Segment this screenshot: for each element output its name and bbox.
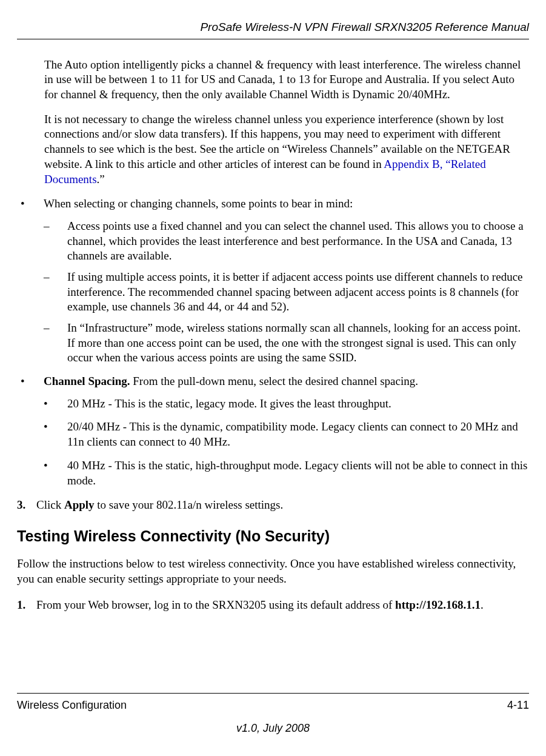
bullet-marker: – (44, 270, 67, 315)
bullet-content: 20 MHz - This is the static, legacy mode… (67, 396, 529, 412)
step-marker: 3. (17, 498, 36, 513)
section-heading: Testing Wireless Connectivity (No Securi… (17, 526, 529, 546)
bullet-content: When selecting or changing channels, som… (44, 196, 529, 212)
bullet-item: • Channel Spacing. From the pull-down me… (21, 374, 529, 389)
bullet-lead-text: From the pull-down menu, select the desi… (130, 375, 418, 387)
bullet-lead-bold: Channel Spacing. (44, 375, 130, 387)
footer-version: v1.0, July 2008 (17, 721, 529, 735)
step-bold: Apply (64, 498, 95, 511)
bullet-content: In “Infrastructure” mode, wireless stati… (67, 321, 529, 366)
sub-bullet-item: • 40 MHz - This is the static, high-thro… (44, 458, 529, 488)
numbered-step: 1. From your Web browser, log in to the … (17, 598, 529, 613)
bullet-content: 40 MHz - This is the static, high-throug… (67, 458, 529, 488)
bullet-marker: • (44, 396, 67, 412)
step-marker: 1. (17, 598, 36, 613)
step-content: Click Apply to save your 802.11a/n wirel… (36, 498, 529, 513)
paragraph-text: .” (97, 173, 105, 186)
bullet-marker: • (21, 374, 44, 389)
bullet-marker: • (21, 196, 44, 212)
bullet-content: Access points use a fixed channel and yo… (67, 219, 529, 264)
bullet-content: 20/40 MHz - This is the dynamic, compati… (67, 420, 529, 449)
sub-bullet-item: – If using multiple access points, it is… (44, 270, 529, 315)
sub-bullet-item: • 20 MHz - This is the static, legacy mo… (44, 396, 529, 412)
sub-bullet-item: • 20/40 MHz - This is the dynamic, compa… (44, 420, 529, 449)
bullet-marker: • (44, 420, 67, 449)
bullet-marker: – (44, 321, 67, 366)
step-text: to save your 802.11a/n wireless settings… (95, 498, 284, 511)
bullet-content: Channel Spacing. From the pull-down menu… (44, 374, 529, 389)
page-footer: Wireless Configuration 4-11 v1.0, July 2… (17, 693, 529, 735)
intro-paragraph: Follow the instructions below to test wi… (17, 557, 529, 586)
bullet-marker: – (44, 219, 67, 264)
step-text: Click (36, 498, 64, 511)
numbered-step: 3. Click Apply to save your 802.11a/n wi… (17, 498, 529, 513)
body-paragraph: The Auto option intelligently picks a ch… (44, 58, 529, 102)
bullet-item: • When selecting or changing channels, s… (21, 196, 529, 212)
bullet-content: If using multiple access points, it is b… (67, 270, 529, 315)
sub-bullet-item: – Access points use a fixed channel and … (44, 219, 529, 264)
page-header-title: ProSafe Wireless-N VPN Firewall SRXN3205… (17, 20, 529, 39)
sub-bullet-item: – In “Infrastructure” mode, wireless sta… (44, 321, 529, 366)
body-paragraph: It is not necessary to change the wirele… (44, 112, 529, 187)
step-text: . (481, 598, 484, 611)
step-content: From your Web browser, log in to the SRX… (36, 598, 529, 613)
step-text: From your Web browser, log in to the SRX… (36, 598, 395, 611)
footer-page-number: 4-11 (507, 698, 529, 712)
bullet-marker: • (44, 458, 67, 488)
footer-section: Wireless Configuration (17, 698, 127, 712)
step-url: http://192.168.1.1 (395, 598, 481, 611)
